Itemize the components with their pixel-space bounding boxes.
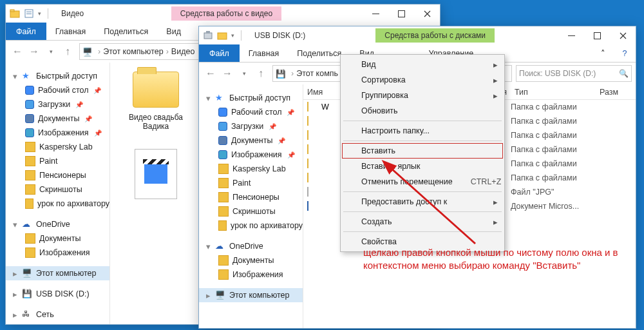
submenu-arrow-icon: ▸	[493, 91, 498, 101]
app-icon	[203, 30, 213, 41]
nav-tree[interactable]: ▾★Быстрый доступ Рабочий стол📌 Загрузки📌…	[6, 63, 110, 324]
titlebar[interactable]: ▾ Видео Средства работы с видео	[6, 5, 440, 23]
search-box[interactable]: Поиск: USB DISK (D:) 🔍	[516, 65, 632, 82]
minimize-button[interactable]	[363, 5, 388, 23]
menu-item-label: Группировка	[361, 91, 408, 100]
folder-icon	[307, 130, 308, 140]
tree-item: Kaspersky Lab	[6, 140, 109, 154]
video-file-item[interactable]	[120, 149, 191, 199]
tree-item: Документы📌	[199, 133, 303, 148]
maximize-button[interactable]	[388, 5, 414, 23]
folder-icon	[133, 72, 179, 108]
crumb-leaf[interactable]: Видео	[171, 47, 195, 56]
maximize-button[interactable]	[584, 26, 610, 44]
cell-type: Папка с файлами	[511, 102, 596, 112]
ribbon-tab-home[interactable]: Главная	[46, 23, 95, 40]
svg-rect-9	[218, 33, 227, 39]
crumb-root[interactable]: Этот компь	[296, 69, 338, 78]
tree-item: Рабочий стол📌	[6, 83, 109, 97]
titlebar[interactable]: ▾ USB DISK (D:) Средства работы с дискам…	[199, 26, 636, 44]
menu-item-label: Сортировка	[361, 75, 406, 84]
search-icon[interactable]: 🔍	[619, 69, 629, 78]
minimize-button[interactable]	[558, 26, 584, 44]
nav-fwd-button[interactable]: →	[26, 44, 42, 59]
contextual-tab-video[interactable]: Средства работы с видео	[171, 6, 281, 21]
tree-item: Загрузки📌	[6, 97, 109, 112]
tree-item: урок по архиватору	[199, 218, 303, 233]
nav-tree[interactable]: ▾★Быстрый доступ Рабочий стол📌 Загрузки📌…	[199, 84, 303, 328]
crumb-root[interactable]: Этот компьютер	[103, 47, 163, 56]
ribbon-file-tab[interactable]: Файл	[6, 23, 46, 40]
tree-network[interactable]: Сеть	[36, 310, 54, 319]
nav-up-button[interactable]: ↑	[60, 44, 75, 59]
col-size[interactable]: Разм	[600, 88, 636, 97]
cell-type: Файл "JPG"	[511, 188, 596, 197]
cell-type: Папка с файлами	[511, 145, 596, 154]
col-type[interactable]: Тип	[515, 88, 600, 97]
nav-up-button[interactable]: ↑	[253, 66, 269, 81]
ribbon-tab-view[interactable]: Вид	[157, 23, 190, 40]
tree-item: Изображения	[6, 246, 109, 260]
menu-item[interactable]: Обновить	[342, 103, 503, 119]
close-button[interactable]	[610, 26, 636, 44]
menu-item[interactable]: Вставить	[342, 143, 503, 159]
ribbon-help-icon[interactable]: ?	[614, 44, 636, 62]
nav-back-button[interactable]: ←	[203, 66, 218, 81]
nav-recent-button[interactable]: ▾	[236, 66, 252, 81]
tree-this-pc[interactable]: Этот компьютер	[36, 269, 96, 278]
video-file-icon	[135, 149, 177, 199]
svg-rect-8	[206, 31, 210, 34]
folder-icon	[307, 144, 308, 154]
svg-rect-5	[372, 14, 379, 14]
tree-item: Документы	[6, 231, 109, 246]
close-button[interactable]	[414, 5, 440, 23]
contextual-tab-drive[interactable]: Средства работы с дисками	[375, 28, 495, 43]
svg-rect-7	[204, 33, 212, 39]
nav-recent-button[interactable]: ▾	[43, 44, 59, 59]
menu-item[interactable]: Вид▸	[342, 57, 503, 72]
annotation-text: щелкаю правой кнопкой мыши по чистому по…	[363, 246, 634, 273]
menu-item-label: Вид	[361, 60, 376, 69]
menu-item[interactable]: Сортировка▸	[342, 72, 503, 88]
tree-item: Kaspersky Lab	[199, 162, 303, 176]
qat-dropdown-icon[interactable]: ▾	[38, 10, 41, 17]
ribbon-collapse-icon[interactable]: ˄	[592, 44, 614, 62]
ribbon-tab-home[interactable]: Главная	[240, 44, 289, 62]
tree-quick[interactable]: Быстрый доступ	[229, 93, 290, 102]
qat-dropdown-icon[interactable]: ▾	[231, 32, 234, 39]
svg-rect-11	[594, 32, 600, 39]
nav-back-button[interactable]: ←	[10, 44, 25, 59]
tree-item: Скриншоты	[199, 204, 303, 218]
tree-item: Paint	[6, 154, 109, 168]
app-icon	[10, 8, 20, 19]
qat-props-icon[interactable]	[24, 8, 34, 19]
tree-onedrive[interactable]: OneDrive	[36, 220, 70, 229]
submenu-arrow-icon: ▸	[493, 75, 498, 85]
tree-item: Изображения📌	[6, 126, 109, 140]
tree-item: Изображения	[199, 267, 303, 282]
tree-onedrive[interactable]: OneDrive	[229, 242, 263, 251]
tree-item: Paint	[199, 176, 303, 190]
cell-type: Папка с файлами	[511, 173, 596, 182]
menu-separator	[343, 121, 502, 121]
ribbon-file-tab[interactable]: Файл	[199, 44, 240, 62]
tree-item: Скриншоты	[6, 182, 109, 197]
window-title: USB DISK (D:)	[248, 31, 312, 40]
menu-item[interactable]: Группировка▸	[342, 88, 503, 103]
tree-quick[interactable]: Быстрый доступ	[36, 72, 97, 81]
tree-usb[interactable]: USB DISK (D:)	[36, 289, 90, 298]
ribbon-tab-share[interactable]: Поделиться	[95, 23, 157, 40]
doc-icon	[307, 201, 308, 211]
cell-type: Документ Micros...	[511, 202, 596, 211]
nav-fwd-button[interactable]: →	[220, 66, 235, 81]
folder-item[interactable]: Видео свадьба Вадика	[120, 72, 191, 131]
qat-props-icon[interactable]	[217, 30, 227, 41]
folder-icon	[307, 116, 308, 126]
folder-icon	[307, 173, 308, 182]
cell-type: Папка с файлами	[511, 131, 596, 140]
folder-label: Видео свадьба Вадика	[120, 113, 191, 131]
location-icon: 🖥️	[82, 47, 93, 57]
menu-item[interactable]: Настроить папку...	[342, 123, 503, 139]
location-icon: 💾	[276, 69, 286, 79]
tree-this-pc[interactable]: Этот компьютер	[229, 291, 289, 300]
